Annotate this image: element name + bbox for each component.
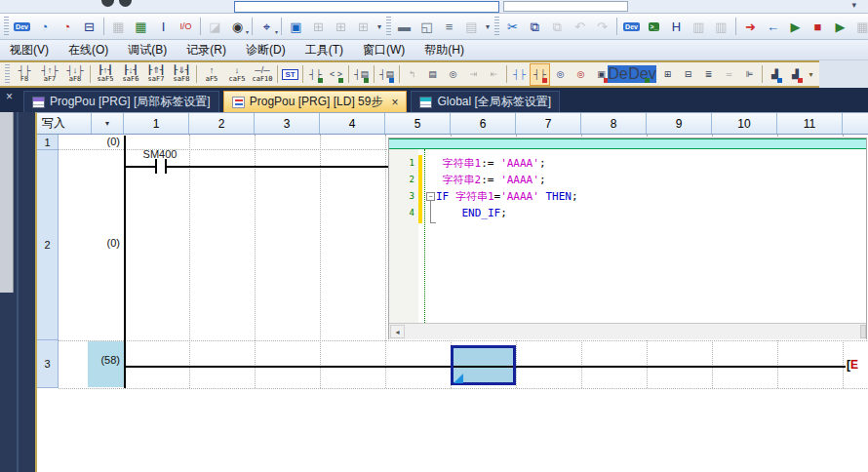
tab-global-labels[interactable]: Global [全局标签设置] — [411, 91, 560, 112]
monitor-ladder-icon[interactable]: ┤├ — [509, 63, 530, 86]
remote-run-icon[interactable]: ▶ — [829, 16, 851, 37]
window-zoom-icon[interactable]: ▣ — [285, 16, 307, 37]
statement-doc-icon[interactable]: ▤ — [422, 63, 443, 86]
ladder-canvas[interactable]: 1(0)2(0)3(58)SM400[E1 字符串1:= 'AAAA';2 字符… — [37, 135, 868, 472]
batch-statement-edit-icon[interactable]: ⊫ — [739, 63, 760, 86]
menu-window[interactable]: 窗口(W) — [353, 40, 414, 60]
watch-stop-icon[interactable]: ◔ — [56, 16, 78, 37]
row-header-3[interactable]: 3 — [37, 340, 59, 388]
st-code-line[interactable]: 字符串2:= 'AAAA'; — [436, 172, 546, 188]
remote-stop-icon[interactable]: ■ — [807, 16, 829, 37]
docked-panel-splitter[interactable] — [0, 112, 14, 293]
paste-icon[interactable]: ⧉ — [546, 16, 569, 37]
scrollbar-end-partial[interactable] — [860, 325, 866, 338]
edit-label-grid-icon[interactable]: ┤▤ — [351, 63, 372, 86]
revert-edit-icon[interactable]: ↰ — [402, 63, 422, 86]
close-icon[interactable]: × — [391, 96, 398, 109]
toolbar-overflow-1-icon[interactable]: ▾ — [375, 22, 384, 31]
comment-display-icon[interactable]: ▤ — [460, 16, 483, 37]
write-to-plc-icon[interactable]: ➜ — [739, 16, 762, 37]
close-icon[interactable]: × — [6, 91, 13, 102]
redo-icon[interactable]: ↷ — [591, 16, 613, 37]
device-display-dev-icon[interactable]: Dev — [11, 16, 33, 37]
cross-reference-program-icon[interactable]: >_ — [643, 16, 665, 37]
label-editor-icon[interactable]: I — [152, 16, 175, 37]
monitor-display-eye-icon[interactable]: ◉▾ — [226, 16, 249, 37]
partial-toolbar-icon[interactable] — [101, 0, 114, 7]
st-box-header-selected[interactable] — [389, 138, 866, 149]
cross-reference-io-icon[interactable]: H — [665, 16, 688, 37]
menu-diagnostics[interactable]: 诊断(D) — [236, 40, 296, 60]
convert-block-blue-icon[interactable]: ▟ — [765, 63, 785, 86]
collapse-minus-icon[interactable]: − — [426, 192, 435, 201]
tab-progpou-local-labels[interactable]: ProgPou [PRG] [局部标签设置] — [23, 91, 219, 112]
io-monitor-icon[interactable]: I/O — [175, 16, 197, 37]
mode-selector[interactable]: 写入 — [37, 113, 92, 134]
draw-vertical-line-icon[interactable]: ↑aF5 — [199, 63, 224, 86]
copy-icon[interactable]: ⧉ — [524, 16, 546, 37]
device-find-icon[interactable]: ⌖▾ — [256, 16, 278, 37]
parallel-falling-pulse-close-icon[interactable]: ┠⇓┨saF8 — [169, 63, 194, 86]
cut-icon[interactable]: ✂ — [501, 16, 524, 37]
parallel-rising-pulse-close-icon[interactable]: ┠⇑┨saF7 — [143, 63, 169, 86]
toolbar-combobox-secondary[interactable] — [503, 1, 628, 12]
menu-help[interactable]: 帮助(H) — [414, 40, 474, 60]
insert-mode-ladder-icon[interactable]: ┤├ — [530, 63, 550, 86]
toolbar-overflow-2-icon[interactable]: ▾ — [483, 22, 493, 31]
eraser-icon[interactable]: ◪ — [204, 16, 226, 37]
verify-with-plc-icon[interactable]: ▶ — [784, 16, 807, 37]
insert-row-icon[interactable]: ⊞ — [657, 63, 678, 86]
register-watch-1-icon[interactable]: ▥ — [688, 16, 710, 37]
delete-statement-icon[interactable]: ⇤ — [484, 63, 504, 86]
ladder-toolbar-overflow-icon[interactable]: ▾ — [806, 70, 816, 79]
parallel-falling-pulse-icon[interactable]: ┠↓┨saF6 — [118, 63, 143, 86]
rising-pulse-contact-icon[interactable]: ┤↑├aF7 — [37, 63, 62, 86]
menu-debug[interactable]: 调试(B) — [118, 40, 177, 60]
chevron-down-icon[interactable]: ▾ — [851, 0, 856, 10]
cross-reference-device-icon[interactable]: Dev — [620, 16, 643, 37]
read-from-plc-icon[interactable]: ← — [762, 16, 784, 37]
open-contact-symbol[interactable] — [165, 159, 167, 174]
find-statement-icon[interactable]: ◎ — [443, 63, 463, 86]
dev-jump-icon[interactable]: Dev — [632, 63, 652, 86]
undo-icon[interactable]: ↶ — [569, 16, 591, 37]
parameter-list-icon[interactable]: ⊟ — [78, 16, 100, 37]
edit-coil-icon[interactable]: < > — [326, 63, 346, 86]
find-device-red-icon[interactable]: ◎ — [571, 63, 591, 86]
st-code-area[interactable]: 1 字符串1:= 'AAAA';2 字符串2:= 'AAAA';3−IF 字符串… — [389, 149, 866, 323]
menu-online[interactable]: 在线(O) — [59, 40, 118, 60]
find-device-ladder-icon[interactable]: ◎ — [550, 63, 571, 86]
register-watch-2-icon[interactable]: ▥ — [710, 16, 732, 37]
menu-recording[interactable]: 记录(R) — [177, 40, 236, 60]
dock-window-2-icon[interactable]: ⊞ — [330, 16, 352, 37]
row-header-2[interactable]: 2 — [37, 150, 59, 340]
delete-horizontal-line-icon[interactable]: ─/─caF10 — [250, 63, 275, 86]
delete-row-icon[interactable]: ⊟ — [678, 63, 698, 86]
device-memory-icon[interactable]: ▦ — [107, 16, 130, 37]
menu-tools[interactable]: 工具(T) — [296, 40, 353, 60]
monitor-mode-icon[interactable]: ▦ — [851, 16, 868, 37]
edit-contact-icon[interactable]: ┤├ — [305, 63, 326, 86]
statement-list-icon[interactable]: ≡ — [438, 16, 460, 37]
note-align-icon[interactable]: ≃ — [719, 63, 739, 86]
delete-vertical-line-icon[interactable]: ↓caF5 — [224, 63, 250, 86]
menu-view[interactable]: 视图(V) — [0, 40, 59, 60]
statement-align-icon[interactable]: ≣ — [698, 63, 719, 86]
inline-st-box-icon[interactable]: ST — [280, 63, 300, 86]
row-header-1[interactable]: 1 — [37, 135, 59, 150]
edit-label-grid-blue-icon[interactable]: ┤▤ — [376, 63, 397, 86]
st-code-line[interactable]: END_IF; — [436, 205, 507, 221]
insert-statement-icon[interactable]: ⇥ — [463, 63, 484, 86]
note-display-icon[interactable]: ◱ — [415, 16, 438, 37]
open-contact-symbol[interactable] — [155, 159, 157, 174]
toolbar-combobox[interactable] — [234, 1, 499, 13]
scroll-left-arrow-icon[interactable]: ◂ — [390, 325, 405, 338]
parallel-rising-pulse-icon[interactable]: ┠↑┨saF5 — [93, 63, 118, 86]
pulse-contact-icon[interactable]: ┤├F8 — [12, 63, 37, 86]
watch-start-icon[interactable]: ◔ — [33, 16, 56, 37]
st-horizontal-scrollbar[interactable]: ◂ — [389, 323, 866, 339]
convert-block-red-icon[interactable]: ▟ — [785, 63, 806, 86]
st-code-line[interactable]: IF 字符串1='AAAA' THEN; — [436, 188, 578, 205]
dock-window-1-icon[interactable]: ⊞ — [307, 16, 330, 37]
partial-toolbar-icon[interactable] — [119, 0, 132, 7]
